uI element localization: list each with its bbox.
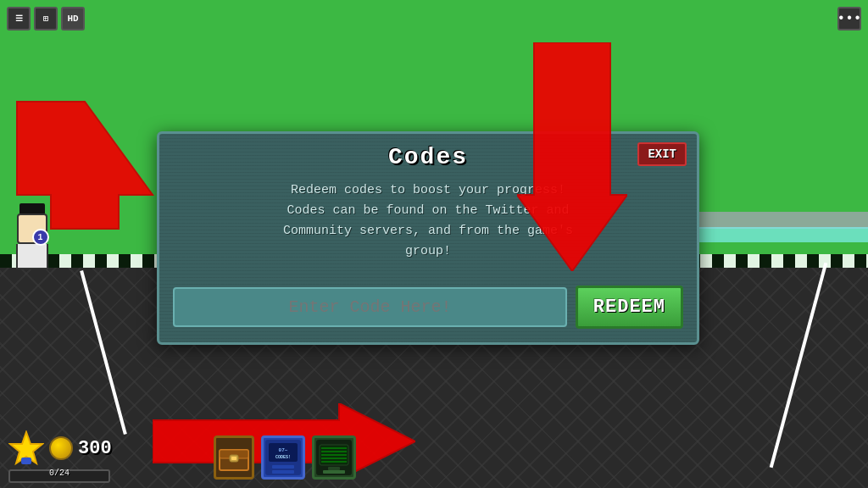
codes-modal: Codes EXIT Redeem codes to boost your pr… — [157, 131, 699, 345]
hd-button[interactable]: HD — [61, 7, 85, 30]
chest-icon-button[interactable] — [214, 435, 254, 480]
hud: 300 0/24 07~ CODES! — [0, 420, 868, 488]
code-input[interactable] — [173, 287, 567, 327]
toolbar: ☰ ⊞ HD — [7, 7, 85, 30]
xp-bar-wrapper: 0/24 — [8, 468, 110, 483]
modal-title: Codes — [388, 144, 468, 170]
svg-rect-9 — [231, 457, 236, 460]
star-icon — [8, 430, 44, 466]
svg-rect-15 — [272, 470, 294, 474]
options-button[interactable]: ••• — [837, 7, 861, 30]
player-character: 1 — [8, 203, 55, 271]
svg-rect-5 — [21, 458, 31, 464]
shop-button[interactable] — [312, 435, 356, 480]
svg-rect-23 — [328, 467, 340, 470]
character-head: 1 — [17, 214, 47, 244]
hud-icons: 07~ CODES! — [214, 435, 356, 480]
modal-footer: REDEEM — [159, 286, 697, 342]
modal-description: Redeem codes to boost your progress! Cod… — [176, 180, 680, 262]
character-level-badge: 1 — [32, 229, 49, 246]
svg-rect-24 — [323, 470, 345, 474]
redeem-button[interactable]: REDEEM — [576, 286, 683, 329]
svg-rect-14 — [272, 465, 294, 469]
star-coin-row: 300 — [8, 430, 112, 466]
coin-count: 300 — [78, 438, 112, 459]
codes-button[interactable]: 07~ CODES! — [261, 435, 305, 480]
xp-bar-label: 0/24 — [49, 469, 70, 478]
modal-body: Redeem codes to boost your progress! Cod… — [159, 175, 697, 286]
svg-text:07~: 07~ — [278, 447, 287, 453]
hud-left: 300 0/24 — [8, 430, 112, 483]
modal-header: Codes EXIT — [159, 134, 697, 175]
coin-icon — [49, 436, 73, 460]
character-body — [16, 244, 48, 269]
xp-bar-container: 0/24 — [8, 469, 110, 483]
grid-icon[interactable]: ⊞ — [34, 7, 58, 30]
exit-button[interactable]: EXIT — [637, 142, 687, 166]
menu-icon[interactable]: ☰ — [7, 7, 31, 30]
svg-text:CODES!: CODES! — [275, 455, 291, 460]
character-hat — [19, 203, 45, 214]
